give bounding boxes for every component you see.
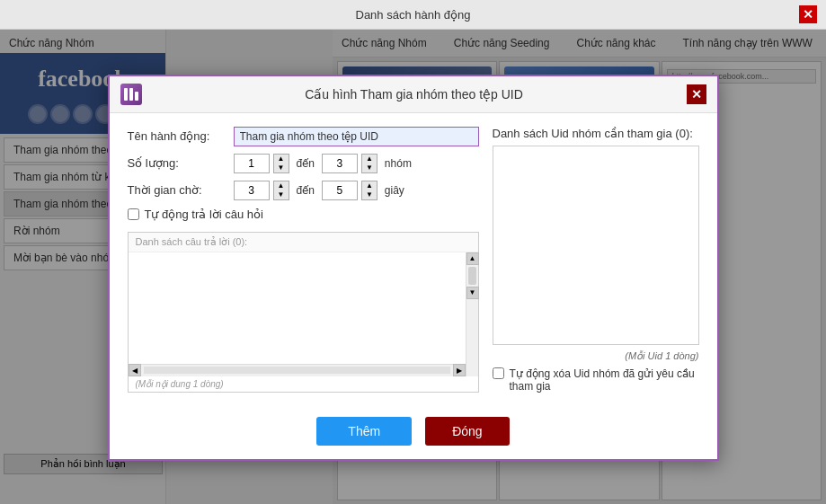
scroll-down-btn[interactable]: ▼ — [466, 287, 479, 299]
so-luong-to-arrows: ▲ ▼ — [361, 154, 377, 173]
uid-side: Danh sách Uid nhóm cần tham gia (0): (Mỗ… — [493, 127, 699, 393]
thoi-gian-to-down[interactable]: ▼ — [362, 190, 377, 199]
modal-logo — [120, 84, 142, 105]
thoi-gian-to-up[interactable]: ▲ — [362, 181, 377, 190]
auto-xoa-label[interactable]: Tự động xóa Uid nhóm đã gửi yêu cầu tham… — [510, 367, 699, 393]
thoi-gian-from-spinner: ▲ ▼ — [234, 181, 289, 200]
so-luong-to-input[interactable] — [322, 154, 358, 173]
textarea-header: Danh sách câu trả lời (0): — [129, 233, 478, 252]
giay-label: giây — [385, 184, 404, 197]
modal-logo-stripes — [121, 85, 141, 103]
modal-logo-stripe-3 — [135, 92, 138, 101]
thoi-gian-from-up[interactable]: ▲ — [274, 181, 289, 190]
ten-hanh-dong-row: Tên hành động: — [128, 127, 479, 146]
modal-body: Tên hành động: Số lượng: ▲ ▼ — [110, 113, 717, 406]
so-luong-to-spinner: ▲ ▼ — [322, 154, 377, 173]
thoi-gian-row: Thời gian chờ: ▲ ▼ đến ▲ — [128, 181, 479, 200]
them-button[interactable]: Thêm — [316, 417, 412, 446]
modal-overlay: Cấu hình Tham gia nhóm theo tệp UID ✕ Tê… — [0, 30, 826, 504]
danh-sach-textarea[interactable] — [129, 252, 466, 360]
modal-logo-stripe-1 — [124, 88, 128, 101]
so-luong-to-down[interactable]: ▼ — [362, 164, 377, 172]
vscroll-thumb — [468, 267, 476, 285]
textarea-hint: (Mỗi nội dung 1 dòng) — [129, 376, 478, 392]
modal-footer: Thêm Đóng — [110, 406, 717, 459]
thoi-gian-from-down[interactable]: ▼ — [274, 190, 289, 199]
den-label-2: đến — [297, 184, 315, 197]
scroll-up-btn[interactable]: ▲ — [466, 252, 479, 265]
tu-dong-checkbox-label[interactable]: Tự động trả lời câu hỏi — [145, 208, 264, 221]
textarea-scrollbar-area: ◀ ▶ ▲ ▼ — [129, 252, 478, 376]
thoi-gian-to-input[interactable] — [322, 181, 358, 200]
so-luong-from-down[interactable]: ▼ — [274, 164, 289, 172]
tu-dong-checkbox[interactable] — [128, 208, 139, 220]
auto-xoa-checkbox[interactable] — [493, 367, 504, 379]
tu-dong-checkbox-row: Tự động trả lời câu hỏi — [128, 208, 479, 221]
uid-textarea[interactable] — [493, 146, 699, 345]
thoi-gian-to-spinner: ▲ ▼ — [322, 181, 377, 200]
modal-header: Cấu hình Tham gia nhóm theo tệp UID ✕ — [110, 76, 717, 113]
textarea-inner: ◀ ▶ — [129, 252, 466, 376]
hscroll-track — [144, 367, 450, 374]
auto-xoa-row: Tự động xóa Uid nhóm đã gửi yêu cầu tham… — [493, 367, 699, 393]
textarea-container: Danh sách câu trả lời (0): ◀ ▶ — [128, 232, 479, 393]
so-luong-row: Số lượng: ▲ ▼ đến ▲ — [128, 154, 479, 173]
title-bar-close-button[interactable]: ✕ — [799, 5, 817, 23]
title-bar-title: Danh sách hành động — [27, 8, 799, 22]
main-content: Chức năng Nhóm facebook Tham gia nhóm th… — [0, 30, 826, 504]
so-luong-from-spinner: ▲ ▼ — [234, 154, 289, 173]
ten-hanh-dong-input[interactable] — [234, 127, 479, 146]
so-luong-label: Số lượng: — [128, 156, 226, 170]
modal-dialog: Cấu hình Tham gia nhóm theo tệp UID ✕ Tê… — [108, 75, 719, 461]
so-luong-to-up[interactable]: ▲ — [362, 155, 377, 164]
nhom-label: nhóm — [385, 157, 412, 170]
so-luong-from-up[interactable]: ▲ — [274, 155, 289, 164]
dong-button[interactable]: Đóng — [425, 417, 509, 446]
form-side: Tên hành động: Số lượng: ▲ ▼ — [128, 127, 479, 393]
modal-logo-stripe-2 — [129, 88, 133, 101]
modal-title: Cấu hình Tham gia nhóm theo tệp UID — [151, 87, 678, 102]
thoi-gian-label: Thời gian chờ: — [128, 183, 226, 197]
textarea-hscroll[interactable]: ◀ ▶ — [129, 364, 466, 376]
title-bar: Danh sách hành động ✕ — [0, 0, 826, 30]
uid-label: Danh sách Uid nhóm cần tham gia (0): — [493, 127, 699, 140]
den-label-1: đến — [297, 157, 315, 170]
so-luong-from-input[interactable] — [234, 154, 270, 173]
scroll-right-btn[interactable]: ▶ — [453, 364, 466, 376]
modal-close-button[interactable]: ✕ — [687, 84, 706, 104]
ten-hanh-dong-label: Tên hành động: — [128, 129, 226, 143]
textarea-vscroll[interactable]: ▲ ▼ — [466, 252, 478, 376]
thoi-gian-from-input[interactable] — [234, 181, 270, 200]
thoi-gian-from-arrows: ▲ ▼ — [273, 181, 289, 200]
so-luong-from-arrows: ▲ ▼ — [273, 154, 289, 173]
uid-hint: (Mỗi Uid 1 dòng) — [493, 350, 699, 362]
scroll-left-btn[interactable]: ◀ — [129, 364, 141, 376]
thoi-gian-to-arrows: ▲ ▼ — [361, 181, 377, 200]
